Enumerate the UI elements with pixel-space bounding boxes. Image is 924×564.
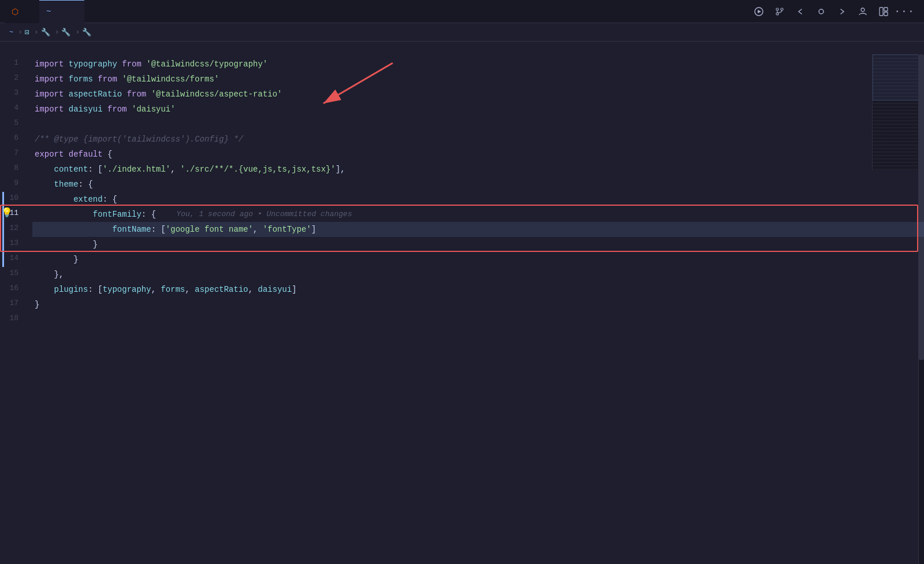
code-token — [127, 102, 132, 117]
line-number: 5 — [0, 116, 25, 131]
line-numbers: 123456789101112131415161718 — [0, 54, 30, 564]
code-token: } — [35, 252, 79, 267]
breadcrumb-item-extend[interactable]: 🔧 — [61, 28, 73, 37]
breadcrumb-item-default[interactable]: ⊡ — [25, 28, 32, 37]
code-token: : { — [103, 192, 117, 207]
code-token: , — [248, 282, 258, 297]
code-token: , — [151, 282, 161, 297]
code-token — [35, 192, 73, 207]
lightbulb-icon[interactable]: 💡 — [1, 207, 13, 218]
breadcrumb-item-theme[interactable]: 🔧 — [41, 28, 53, 37]
code-token: typography — [69, 57, 117, 72]
code-token: : [ — [88, 162, 102, 177]
code-token: import — [35, 72, 69, 87]
code-token: from — [122, 57, 141, 72]
tab-index-html[interactable]: ⬡ — [5, 0, 39, 23]
line-number: 17 — [0, 296, 25, 311]
bracket-icon-1: ⊡ — [25, 28, 29, 37]
branch-icon[interactable] — [772, 3, 788, 20]
breadcrumb-sep-4: › — [75, 28, 80, 36]
code-token — [103, 102, 107, 117]
code-line: content: ['./index.html', './src/**/*.{v… — [32, 162, 924, 177]
line-number: 12 — [0, 221, 25, 236]
html-icon: ⬡ — [12, 7, 18, 17]
tab-close-button[interactable] — [68, 7, 77, 16]
line-number: 18 — [0, 311, 25, 326]
code-token — [117, 72, 122, 87]
wrench-icon-3: 🔧 — [82, 28, 91, 37]
line-number: 6 — [0, 131, 25, 146]
code-token: ], — [336, 162, 345, 177]
code-token — [141, 57, 146, 72]
code-line — [32, 117, 924, 132]
run-icon[interactable] — [751, 3, 767, 20]
inline-blame-text: You, 1 second ago • Uncommitted changes — [163, 207, 352, 222]
code-token: : [ — [88, 282, 102, 297]
code-line: fontName: ['google font name', 'fontType… — [32, 222, 924, 237]
code-token — [117, 57, 122, 72]
wrench-icon-1: 🔧 — [41, 28, 50, 37]
code-token: , — [185, 282, 195, 297]
code-line — [32, 312, 924, 327]
line-number: 9 — [0, 176, 25, 191]
svg-rect-9 — [884, 8, 888, 11]
tab-bar: ⬡ ~ — [0, 0, 924, 23]
code-token: daisyui — [69, 102, 103, 117]
svg-point-2 — [776, 8, 778, 10]
code-token: '@tailwindcss/typography' — [146, 57, 267, 72]
code-token: forms — [161, 282, 185, 297]
svg-rect-8 — [880, 8, 883, 16]
breadcrumb-item-fontfamily[interactable]: 🔧 — [82, 28, 94, 37]
code-token: theme — [54, 177, 79, 192]
code-token: aspectRatio — [69, 87, 122, 102]
svg-point-3 — [781, 8, 783, 10]
code-token: ] — [292, 282, 296, 297]
code-line: }, — [32, 267, 924, 282]
code-token: daisyui — [258, 282, 292, 297]
line-number: 13 — [0, 236, 25, 251]
back-icon[interactable] — [792, 3, 808, 20]
code-line: extend: { — [32, 192, 924, 207]
code-token: }, — [35, 267, 64, 282]
code-line: import forms from '@tailwindcss/forms' — [32, 72, 924, 87]
code-line: export default { — [32, 147, 924, 162]
code-token — [35, 222, 112, 237]
breadcrumb: ~ › ⊡ › 🔧 › 🔧 › 🔧 — [0, 23, 924, 42]
code-lines: import typography from '@tailwindcss/typ… — [0, 55, 924, 327]
code-token: from — [107, 102, 127, 117]
forward-icon[interactable] — [834, 3, 850, 20]
editor-root: ⬡ ~ — [0, 0, 924, 564]
code-token: export — [35, 147, 69, 162]
code-token: from — [98, 72, 117, 87]
svg-point-6 — [819, 9, 824, 14]
layout-icon[interactable] — [875, 3, 892, 20]
code-token: { — [103, 147, 113, 162]
circle-icon[interactable] — [813, 3, 829, 20]
code-line: import aspectRatio from '@tailwindcss/as… — [32, 87, 924, 102]
more-icon[interactable]: ··· — [896, 3, 912, 20]
line-number: 8 — [0, 161, 25, 176]
line-number: 14 — [0, 251, 25, 266]
code-token: typography — [103, 282, 151, 297]
code-line: import daisyui from 'daisyui' — [32, 102, 924, 117]
person-icon[interactable] — [855, 3, 871, 20]
code-line: /** @type {import('tailwindcss').Config}… — [32, 132, 924, 147]
code-line: import typography from '@tailwindcss/typ… — [32, 57, 924, 72]
code-token: } — [35, 297, 39, 312]
code-token: , — [170, 162, 180, 177]
svg-rect-10 — [884, 12, 888, 16]
tab-tailwind-config[interactable]: ~ — [39, 0, 84, 23]
line-number: 7 — [0, 146, 25, 161]
code-token — [35, 282, 54, 297]
toolbar-icons: ··· — [751, 3, 919, 20]
line-number: 16 — [0, 281, 25, 296]
editor-container: 123456789101112131415161718 💡 — [0, 54, 924, 564]
code-line: } — [32, 237, 924, 252]
code-token: : [ — [151, 222, 166, 237]
code-area[interactable]: 💡 import typography f — [0, 54, 924, 564]
code-token: aspectRatio — [195, 282, 248, 297]
code-line: theme: { — [32, 177, 924, 192]
svg-point-7 — [861, 8, 865, 12]
code-token: extend — [73, 192, 102, 207]
code-token: plugins — [54, 282, 88, 297]
